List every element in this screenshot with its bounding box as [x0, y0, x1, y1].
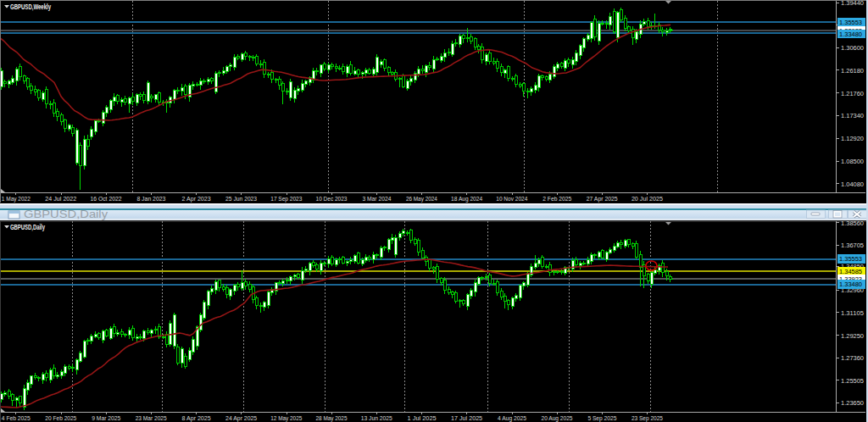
svg-text:1.33480: 1.33480	[839, 280, 863, 288]
svg-text:1.17340: 1.17340	[841, 112, 865, 119]
svg-text:1 Jul 2025: 1 Jul 2025	[408, 414, 437, 422]
svg-text:1.21760: 1.21760	[841, 90, 865, 97]
svg-text:1.34585: 1.34585	[839, 268, 863, 275]
svg-text:1.27360: 1.27360	[841, 354, 865, 362]
svg-text:1.35553: 1.35553	[839, 19, 863, 26]
svg-text:9 Mar 2025: 9 Mar 2025	[92, 414, 120, 422]
svg-text:1.31105: 1.31105	[841, 309, 865, 317]
svg-text:23 Mar 2025: 23 Mar 2025	[136, 414, 167, 422]
svg-text:1.26180: 1.26180	[841, 67, 865, 75]
svg-text:28 May 2025: 28 May 2025	[316, 414, 348, 422]
svg-text:3 Mar 2024: 3 Mar 2024	[362, 195, 391, 203]
svg-text:1.23650: 1.23650	[841, 399, 865, 407]
svg-text:24 Jul 2022: 24 Jul 2022	[45, 195, 76, 203]
svg-text:27 Apr 2025: 27 Apr 2025	[587, 195, 618, 203]
svg-text:1.38560: 1.38560	[841, 219, 865, 227]
svg-text:20 Jul 2025: 20 Jul 2025	[632, 195, 663, 203]
svg-text:2 Feb 2025: 2 Feb 2025	[542, 195, 571, 203]
svg-text:17 Jul 2025: 17 Jul 2025	[451, 414, 482, 422]
svg-text:24 Apr 2025: 24 Apr 2025	[225, 414, 257, 422]
svg-text:1.33480: 1.33480	[839, 31, 863, 38]
svg-text:10 Nov 2024: 10 Nov 2024	[496, 195, 527, 203]
svg-text:1.36705: 1.36705	[841, 242, 865, 249]
svg-text:17 Sep 2023: 17 Sep 2023	[270, 195, 302, 203]
svg-text:4 Feb 2025: 4 Feb 2025	[2, 414, 31, 422]
svg-text:1.04080: 1.04080	[841, 180, 865, 188]
svg-text:18 Aug 2024: 18 Aug 2024	[451, 195, 482, 203]
svg-text:GBPUSD,Daily: GBPUSD,Daily	[10, 223, 45, 231]
svg-text:1.29250: 1.29250	[841, 332, 865, 340]
svg-text:25 Jun 2023: 25 Jun 2023	[225, 195, 257, 203]
svg-text:10 Dec 2023: 10 Dec 2023	[316, 195, 348, 203]
svg-text:13 Jun 2025: 13 Jun 2025	[361, 414, 392, 422]
svg-text:20 Aug 2025: 20 Aug 2025	[542, 414, 573, 422]
svg-text:1.35553: 1.35553	[839, 255, 863, 263]
svg-text:1.39440: 1.39440	[841, 0, 865, 7]
svg-text:12 May 2025: 12 May 2025	[270, 414, 302, 422]
svg-text:1.12920: 1.12920	[841, 135, 865, 142]
svg-text:26 May 2024: 26 May 2024	[406, 195, 437, 203]
svg-text:8 Apr 2025: 8 Apr 2025	[182, 414, 211, 422]
svg-text:23 Sep 2025: 23 Sep 2025	[632, 414, 663, 422]
svg-text:8 Jan 2023: 8 Jan 2023	[136, 195, 165, 203]
svg-text:5 Sep 2025: 5 Sep 2025	[587, 414, 616, 422]
svg-text:20 Feb 2025: 20 Feb 2025	[45, 414, 76, 422]
svg-text:1 May 2022: 1 May 2022	[2, 195, 31, 203]
svg-text:16 Oct 2022: 16 Oct 2022	[91, 195, 122, 203]
svg-text:4 Aug 2025: 4 Aug 2025	[498, 414, 526, 422]
svg-text:1.25505: 1.25505	[841, 377, 865, 385]
svg-text:GBPUSD,Daily: GBPUSD,Daily	[24, 208, 108, 220]
svg-text:2 Apr 2023: 2 Apr 2023	[182, 195, 211, 203]
svg-text:GBPUSD,Weekly: GBPUSD,Weekly	[10, 3, 51, 11]
svg-text:1.30600: 1.30600	[841, 44, 865, 52]
svg-text:1.08500: 1.08500	[841, 158, 865, 165]
